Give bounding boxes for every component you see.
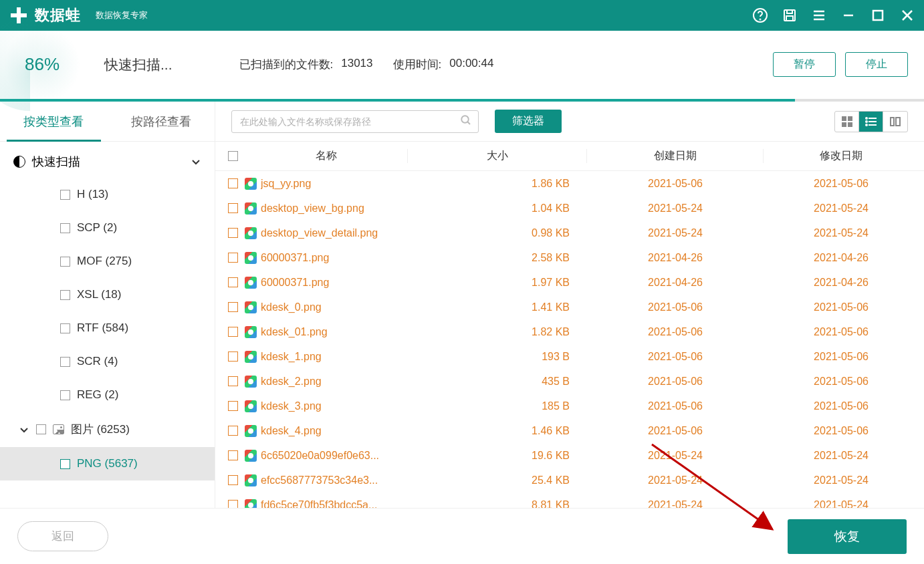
menu-icon[interactable]: [810, 7, 828, 24]
checkbox[interactable]: [228, 253, 238, 263]
checkbox[interactable]: [60, 223, 70, 233]
table-row[interactable]: efcc5687773753c34e3... 25.4 KB 2021-05-2…: [215, 468, 924, 492]
table-row[interactable]: kdesk_2.png 435 B 2021-05-06 2021-05-06: [215, 369, 924, 394]
back-button[interactable]: 返回: [17, 521, 108, 551]
search-icon[interactable]: [460, 114, 472, 129]
checkbox[interactable]: [228, 351, 238, 362]
chevron-down-icon: [19, 424, 29, 435]
maximize-icon[interactable]: [869, 7, 887, 24]
checkbox[interactable]: [60, 390, 70, 400]
checkbox[interactable]: [228, 203, 238, 213]
table-row[interactable]: 6c65020e0a099ef0e63... 19.6 KB 2021-05-2…: [215, 443, 924, 468]
help-icon[interactable]: [752, 7, 769, 24]
checkbox[interactable]: [228, 302, 238, 312]
view-mode-grid[interactable]: [835, 112, 859, 132]
table-row[interactable]: 60000371.png 1.97 KB 2021-04-26 2021-04-…: [215, 270, 924, 295]
pause-button[interactable]: 暂停: [773, 52, 836, 77]
table-row[interactable]: fd6c5ce70fb5f3bdcc5a... 8.81 KB 2021-05-…: [215, 492, 924, 508]
header-size[interactable]: 大小: [408, 149, 587, 163]
header-modified[interactable]: 修改日期: [764, 149, 919, 163]
header-name[interactable]: 名称: [245, 149, 408, 163]
checkbox[interactable]: [60, 290, 70, 300]
file-modified: 2021-05-06: [764, 400, 919, 412]
svg-rect-1: [11, 13, 27, 17]
file-icon: [245, 499, 257, 509]
checkbox[interactable]: [228, 376, 238, 386]
file-created: 2021-05-06: [587, 425, 764, 437]
tree-item[interactable]: H (13): [0, 178, 215, 211]
recover-button[interactable]: 恢复: [788, 519, 907, 554]
checkbox[interactable]: [228, 450, 238, 460]
file-size: 1.97 KB: [408, 277, 587, 289]
scanned-count: 13013: [341, 57, 372, 72]
file-icon: [245, 301, 257, 313]
view-mode-detail[interactable]: [883, 112, 907, 132]
checkbox[interactable]: [228, 178, 238, 188]
table-row[interactable]: desktop_view_bg.png 1.04 KB 2021-05-24 2…: [215, 196, 924, 221]
tab-by-path[interactable]: 按路径查看: [108, 102, 215, 141]
file-icon: [245, 474, 257, 486]
table-header: 名称 大小 创建日期 修改日期: [215, 142, 924, 171]
footer: 返回 恢复: [0, 508, 924, 564]
status-bar: 86% 快速扫描... 已扫描到的文件数:13013 使用时间:00:00:44…: [0, 31, 924, 99]
table-row[interactable]: kdesk_0.png 1.41 KB 2021-05-06 2021-05-0…: [215, 295, 924, 319]
checkbox[interactable]: [228, 277, 238, 287]
tree-item[interactable]: MOF (275): [0, 245, 215, 278]
file-created: 2021-05-06: [587, 400, 764, 412]
close-icon[interactable]: [899, 7, 916, 24]
checkbox[interactable]: [228, 426, 238, 436]
checkbox[interactable]: [36, 424, 46, 434]
file-name: kdesk_2.png: [261, 376, 322, 388]
table-row[interactable]: jsq_yy.png 1.86 KB 2021-05-06 2021-05-06: [215, 171, 924, 196]
table-row[interactable]: kdesk_3.png 185 B 2021-05-06 2021-05-06: [215, 394, 924, 418]
tree-item[interactable]: RTF (584): [0, 311, 215, 345]
filter-button[interactable]: 筛选器: [495, 110, 562, 133]
file-size: 8.81 KB: [408, 499, 587, 509]
file-created: 2021-05-24: [587, 202, 764, 215]
checkbox[interactable]: [60, 257, 70, 267]
tree-item-label: PNG (5637): [77, 457, 138, 470]
tree-item-png[interactable]: PNG (5637): [0, 447, 215, 480]
file-name: efcc5687773753c34e3...: [261, 474, 378, 486]
file-icon: [245, 400, 257, 412]
file-name: kdesk_1.png: [261, 351, 322, 363]
tab-by-type[interactable]: 按类型查看: [0, 102, 108, 141]
stop-button[interactable]: 停止: [845, 52, 908, 77]
view-mode-list[interactable]: [859, 112, 883, 132]
table-row[interactable]: kdesk_4.png 1.46 KB 2021-05-06 2021-05-0…: [215, 418, 924, 443]
tree-item[interactable]: REG (2): [0, 378, 215, 412]
table-body[interactable]: jsq_yy.png 1.86 KB 2021-05-06 2021-05-06…: [215, 171, 924, 508]
checkbox[interactable]: [228, 475, 238, 485]
tree-item[interactable]: XSL (18): [0, 278, 215, 311]
table-row[interactable]: kdesk_1.png 193 B 2021-05-06 2021-05-06: [215, 344, 924, 369]
save-icon[interactable]: [781, 7, 798, 24]
file-name: desktop_view_detail.png: [261, 227, 378, 239]
select-all-checkbox[interactable]: [228, 151, 238, 161]
search-input[interactable]: [231, 110, 479, 133]
file-modified: 2021-05-24: [764, 499, 919, 509]
checkbox[interactable]: [60, 459, 70, 469]
tree-group-images[interactable]: 图片 (6253): [0, 412, 215, 447]
tree-item[interactable]: SCP (2): [0, 211, 215, 245]
checkbox[interactable]: [60, 357, 70, 367]
file-name: kdesk_01.png: [261, 326, 328, 338]
svg-rect-5: [787, 10, 792, 13]
header-created[interactable]: 创建日期: [587, 149, 764, 163]
file-modified: 2021-05-24: [764, 202, 919, 215]
file-name: kdesk_4.png: [261, 425, 322, 437]
checkbox[interactable]: [228, 327, 238, 337]
file-name: 60000371.png: [261, 252, 329, 264]
checkbox[interactable]: [60, 190, 70, 200]
svg-rect-27: [896, 118, 900, 126]
checkbox[interactable]: [228, 500, 238, 508]
tree-root-quick-scan[interactable]: 快速扫描: [0, 146, 215, 178]
table-row[interactable]: 60000371.png 2.58 KB 2021-04-26 2021-04-…: [215, 245, 924, 270]
table-row[interactable]: desktop_view_detail.png 0.98 KB 2021-05-…: [215, 221, 924, 245]
checkbox[interactable]: [228, 228, 238, 238]
checkbox[interactable]: [60, 323, 70, 333]
search-wrap: [231, 110, 479, 133]
table-row[interactable]: kdesk_01.png 1.82 KB 2021-05-06 2021-05-…: [215, 319, 924, 344]
tree-item[interactable]: SCR (4): [0, 345, 215, 378]
minimize-icon[interactable]: [840, 7, 857, 24]
checkbox[interactable]: [228, 401, 238, 411]
